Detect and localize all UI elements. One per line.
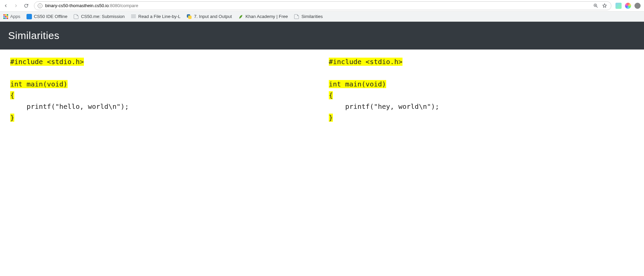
url-text: binary-cs50-thomasthein.cs50.io:8080/com… — [45, 3, 138, 8]
bookmark-item[interactable]: CS50.me: Submission — [73, 14, 125, 19]
bookmark-label: Similarities — [301, 14, 323, 19]
browser-toolbar: i binary-cs50-thomasthein.cs50.io:8080/c… — [0, 0, 644, 12]
bookmark-label: 7. Input and Output — [194, 14, 232, 19]
arrow-right-icon — [13, 3, 19, 8]
favicon-icon — [294, 14, 299, 19]
highlighted-line: { — [329, 91, 333, 99]
favicon-icon — [238, 14, 244, 19]
back-button[interactable] — [2, 2, 10, 9]
bookmark-star-icon[interactable] — [602, 3, 608, 9]
highlighted-line: int main(void) — [329, 80, 386, 88]
extension-icon[interactable] — [615, 3, 622, 9]
bookmark-item[interactable]: Read a File Line-by-L — [131, 14, 180, 19]
bookmark-label: CS50.me: Submission — [81, 14, 125, 19]
favicon-icon — [186, 14, 192, 19]
toolbar-right — [615, 3, 642, 9]
page-header: Similarities — [0, 22, 644, 50]
apps-button[interactable]: Apps — [3, 14, 20, 19]
highlighted-line: #include <stdio.h> — [329, 58, 402, 66]
arrow-left-icon — [3, 3, 8, 8]
code-pane-right: #include <stdio.h> int main(void) { prin… — [329, 56, 634, 123]
site-info-icon[interactable]: i — [38, 3, 42, 8]
bookmark-item[interactable]: CS50 IDE Offline — [26, 14, 68, 19]
bookmark-label: CS50 IDE Offline — [34, 14, 68, 19]
bookmark-item[interactable]: Similarities — [294, 14, 323, 19]
favicon-icon — [131, 14, 136, 19]
bookmark-item[interactable]: Khan Academy | Free — [238, 14, 288, 19]
url-host: binary-cs50-thomasthein.cs50.io — [45, 3, 109, 8]
highlighted-line: int main(void) — [10, 80, 68, 88]
svg-line-1 — [596, 6, 597, 7]
code-pane-left: #include <stdio.h> int main(void) { prin… — [10, 56, 315, 123]
url-port: :8080 — [109, 3, 120, 8]
favicon-icon — [73, 14, 79, 19]
highlighted-line: { — [10, 91, 14, 99]
extension-icon[interactable] — [625, 3, 631, 9]
address-bar[interactable]: i binary-cs50-thomasthein.cs50.io:8080/c… — [34, 1, 611, 10]
reload-button[interactable] — [22, 2, 30, 9]
reload-icon — [23, 3, 29, 8]
bookmark-label: Khan Academy | Free — [246, 14, 288, 19]
forward-button[interactable] — [12, 2, 20, 9]
highlighted-line: } — [329, 114, 333, 122]
highlighted-line: } — [10, 114, 14, 122]
apps-grid-icon — [3, 14, 8, 19]
favicon-icon — [26, 14, 32, 19]
compare-container: #include <stdio.h> int main(void) { prin… — [0, 50, 644, 130]
highlighted-line: #include <stdio.h> — [10, 58, 84, 66]
apps-label: Apps — [10, 14, 20, 19]
bookmark-item[interactable]: 7. Input and Output — [186, 14, 232, 19]
url-path: /compare — [120, 3, 138, 8]
bookmark-label: Read a File Line-by-L — [138, 14, 180, 19]
page-title: Similarities — [8, 30, 636, 41]
bookmarks-bar: Apps CS50 IDE Offline CS50.me: Submissio… — [0, 12, 644, 22]
zoom-icon[interactable] — [593, 3, 599, 9]
extension-icon[interactable] — [634, 3, 641, 9]
